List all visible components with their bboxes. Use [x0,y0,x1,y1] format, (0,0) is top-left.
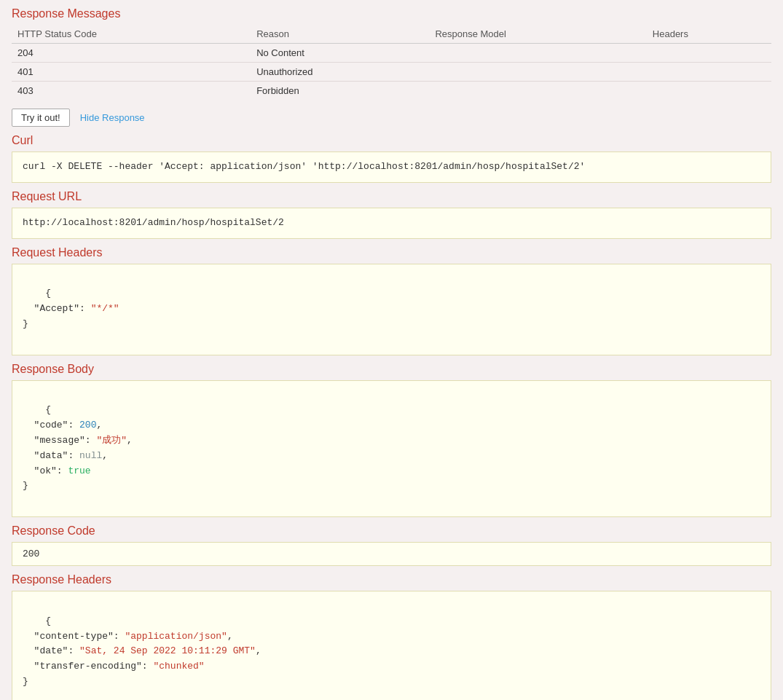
table-cell-status: 204 [12,44,251,63]
col-header-status: HTTP Status Code [12,25,251,44]
response-messages-title: Response Messages [12,7,771,20]
response-headers-content: { "content-type": "application/json", "d… [12,591,771,700]
response-headers-title: Response Headers [12,573,771,586]
request-headers-content: { "Accept": "*/*" } [12,264,771,355]
table-cell-headers [647,44,771,63]
request-url-content: http://localhost:8201/admin/hosp/hospita… [12,208,771,239]
hide-response-link[interactable]: Hide Response [80,112,145,123]
request-url-title: Request URL [12,190,771,203]
table-row: 403Forbidden [12,82,771,101]
response-body-title: Response Body [12,363,771,376]
request-headers-brace-open: { [45,288,51,299]
table-cell-model [429,82,646,101]
col-header-model: Response Model [429,25,646,44]
table-cell-headers [647,63,771,82]
page-wrapper: Response Messages HTTP Status Code Reaso… [0,0,783,700]
table-row: 204No Content [12,44,771,63]
request-headers-value: "*/*" [91,303,119,314]
col-header-reason: Reason [251,25,429,44]
response-body-content: { "code": 200, "message": "成功", "data": … [12,380,771,517]
table-cell-headers [647,82,771,101]
response-code-title: Response Code [12,524,771,538]
response-messages-table: HTTP Status Code Reason Response Model H… [12,25,771,100]
try-it-row: Try it out! Hide Response [12,109,771,127]
request-headers-key: "Accept" [34,303,79,314]
request-headers-brace-close: } [23,318,28,329]
table-row: 401Unauthorized [12,63,771,82]
table-cell-reason: Forbidden [251,82,429,101]
table-cell-model [429,44,646,63]
table-cell-model [429,63,646,82]
try-it-button[interactable]: Try it out! [12,109,70,127]
table-cell-status: 401 [12,63,251,82]
curl-content: curl -X DELETE --header 'Accept: applica… [12,152,771,183]
table-cell-reason: Unauthorized [251,63,429,82]
request-headers-title: Request Headers [12,246,771,259]
table-cell-status: 403 [12,82,251,101]
table-cell-reason: No Content [251,44,429,63]
col-header-headers: Headers [647,25,771,44]
curl-title: Curl [12,134,771,147]
response-code-content: 200 [12,542,771,566]
